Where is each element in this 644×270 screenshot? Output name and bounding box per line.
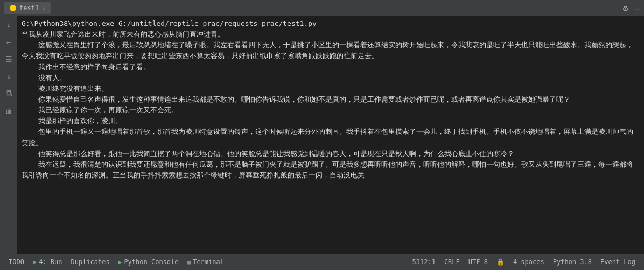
trash-icon[interactable]: 🗑 [2,104,15,117]
console-line: 这感觉又在胃里打了个滚，最后软趴趴地堵在了嗓子眼。我左右看看四下无人，于是挑了小… [22,40,640,61]
console-output-area: G:\Python38\python.exe G:/untitled/repti… [17,16,644,254]
tab-label: test1 [19,4,39,12]
position-item[interactable]: 5312:1 [408,258,440,266]
line-ending-text: CRLF [444,258,460,266]
terminal-icon: ■ [187,259,191,266]
console-line: 我在迟疑，我很清楚的认识到我要还愿意和他有任何瓜葛，那不是脑子被门夹了就是被驴踢… [22,159,640,181]
python-file-icon [10,5,16,11]
console-line: 我已经原谅了你一次，再原谅一次又不会死。 [22,105,640,116]
todo-label: TODO [9,258,24,266]
minimize-icon[interactable]: — [634,3,640,13]
console-line: 我是那样的喜欢你，凌川。 [22,116,640,126]
line-ending-item[interactable]: CRLF [440,258,464,266]
run-label: 4: Run [39,258,62,266]
run-icon: ▶ [33,258,37,266]
download-icon[interactable]: ⇓ [2,70,15,83]
python-console-label: Python Console [124,258,178,266]
event-log-item[interactable]: Event Log [596,258,640,266]
encoding-text: UTF-8 [468,258,488,266]
console-line: G:\Python38\python.exe G:/untitled/repti… [22,18,640,29]
down-arrow-icon[interactable]: ↓ [2,18,15,31]
python-console-item[interactable]: ▶ Python Console [114,254,183,270]
console-line: 你果然爱惜自己名声得很，发生这种事情连出来追我都是不敢的。哪怕你告诉我说，你和她… [22,94,640,105]
python-version-item[interactable]: Python 3.8 [549,258,596,266]
run-item[interactable]: ▶ 4: Run [29,254,67,270]
console-line: 包里的手机一遍又一遍地唱着那首歌，那首我为凌川特意设置的铃声，这个时候听起来分外… [22,126,640,148]
position-text: 5312:1 [412,258,436,266]
status-right-section: 5312:1 CRLF UTF-8 🔒 4 spaces Python 3.8 … [408,258,640,266]
lock-icon: 🔒 [496,258,505,266]
file-tab[interactable]: test1 × [4,2,51,14]
event-log-label: Event Log [600,258,635,266]
indent-item[interactable]: 4 spaces [509,258,549,266]
settings-icon[interactable]: ⚙ [623,3,628,13]
console-line: 当我从凌川家飞奔逃出来时，前所未有的恶心感从脑门直冲进胃。 [22,29,640,40]
printer-icon[interactable]: 🖶 [2,87,15,100]
left-arrow-icon[interactable]: ← [2,35,15,48]
todo-item[interactable]: TODO [4,254,29,270]
left-tool-strip: ↓ ← ☰ ⇓ 🖶 🗑 [0,16,17,254]
terminal-item[interactable]: ■ Terminal [183,254,228,270]
console-line: 我作出不经意的样子向身后看了看。 [22,62,640,73]
duplicates-item[interactable]: Duplicates [67,254,114,270]
terminal-label: Terminal [193,258,224,266]
lock-icon-item: 🔒 [492,258,509,266]
title-bar-actions: ⚙ — [623,3,640,13]
encoding-item[interactable]: UTF-8 [464,258,492,266]
list-icon[interactable]: ☰ [2,53,15,66]
console-line: 没有人。 [22,73,640,83]
indent-text: 4 spaces [513,258,544,266]
console-line: 凌川终究没有追出来。 [22,83,640,94]
title-bar: test1 × ⚙ — [0,0,644,16]
python-version-text: Python 3.8 [553,258,592,266]
main-area: ↓ ← ☰ ⇓ 🖶 🗑 G:\Python38\python.exe G:/un… [0,16,644,254]
duplicates-label: Duplicates [71,258,110,266]
console-line: 他笑得总是那么好看，跟他一比我简直挖了两个洞在地心钻。他的笑脸总是能让我感觉到温… [22,148,640,159]
python-console-icon: ▶ [118,259,122,266]
status-bar: TODO ▶ 4: Run Duplicates ▶ Python Consol… [0,254,644,270]
tab-close-icon[interactable]: × [42,5,45,11]
